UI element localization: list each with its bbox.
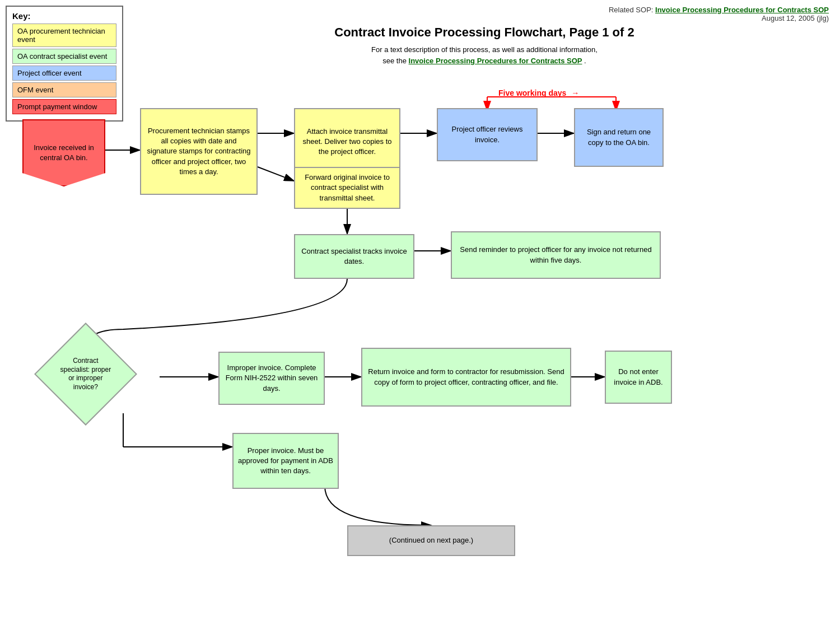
arrows-svg <box>11 77 829 581</box>
svg-line-2 <box>258 167 294 181</box>
related-sop-label: Related SOP: <box>609 6 654 14</box>
attach-transmittal-text: Attach invoice transmittal sheet. Delive… <box>300 127 395 157</box>
improper-invoice-text: Improper invoice. Complete Form NIH-2522… <box>224 363 319 394</box>
subtitle-link[interactable]: Invoice Processing Procedures for Contra… <box>409 57 582 65</box>
forward-original-box: Forward original invoice to contract spe… <box>294 167 400 209</box>
send-reminder-box: Send reminder to project officer for any… <box>451 231 661 279</box>
forward-original-text: Forward original invoice to contract spe… <box>300 172 395 203</box>
sop-link[interactable]: Invoice Processing Procedures for Contra… <box>655 6 829 14</box>
procurement-technician-box: Procurement technician stamps all copies… <box>140 108 258 195</box>
procurement-technician-text: Procurement technician stamps all copies… <box>146 126 252 177</box>
sign-return-box: Sign and return one copy to the OA bin. <box>574 108 664 167</box>
invoice-received-box: Invoice received in central OA bin. <box>22 119 105 186</box>
flowchart: Five working days → Invoice received in … <box>11 77 829 581</box>
improper-invoice-box: Improper invoice. Complete Form NIH-2522… <box>218 352 325 405</box>
diamond-shape: Contract specialist: proper or improper … <box>34 323 137 426</box>
contract-tracks-text: Contract specialist tracks invoice dates… <box>300 246 409 267</box>
five-days-text: Five working days <box>498 88 566 97</box>
header-right: Related SOP: Invoice Processing Procedur… <box>11 6 829 22</box>
sign-return-text: Sign and return one copy to the OA bin. <box>580 127 658 147</box>
subtitle: For a text description of this process, … <box>140 44 829 66</box>
project-officer-reviews-box: Project officer reviews invoice. <box>437 108 538 161</box>
proper-invoice-text: Proper invoice. Must be approved for pay… <box>238 446 333 477</box>
project-officer-reviews-text: Project officer reviews invoice. <box>442 124 532 144</box>
key-label-procurement: OA procurement technician event <box>17 27 105 44</box>
send-reminder-text: Send reminder to project officer for any… <box>456 245 655 265</box>
do-not-enter-box: Do not enter invoice in ADB. <box>605 351 672 404</box>
continued-text: (Continued on next page.) <box>389 535 473 545</box>
date-line: August 12, 2005 (jlg) <box>762 14 829 22</box>
key-label-project: Project officer event <box>17 69 82 77</box>
return-invoice-box: Return invoice and form to contractor fo… <box>361 348 571 407</box>
contract-tracks-box: Contract specialist tracks invoice dates… <box>294 234 414 279</box>
key-item-procurement: OA procurement technician event <box>12 24 116 47</box>
title-area: Contract Invoice Processing Flowchart, P… <box>11 25 829 66</box>
subtitle-end: . <box>584 57 586 65</box>
continued-box: (Continued on next page.) <box>347 525 515 556</box>
subtitle-line2: see the <box>382 57 407 65</box>
diamond-text: Contract specialist: proper or improper … <box>58 357 114 391</box>
return-invoice-text: Return invoice and form to contractor fo… <box>367 367 566 387</box>
diamond-container: Contract specialist: proper or improper … <box>49 338 122 410</box>
invoice-received-text: Invoice received in central OA bin. <box>29 143 99 163</box>
proper-invoice-box: Proper invoice. Must be approved for pay… <box>232 433 339 489</box>
subtitle-line1: For a text description of this process, … <box>371 45 598 54</box>
key-title: Key: <box>12 11 116 21</box>
key-label-contract: OA contract specialist event <box>17 52 107 60</box>
attach-transmittal-box: Attach invoice transmittal sheet. Delive… <box>294 108 400 175</box>
five-days-label: Five working days → <box>498 88 579 97</box>
do-not-enter-text: Do not enter invoice in ADB. <box>610 367 666 387</box>
main-title: Contract Invoice Processing Flowchart, P… <box>140 25 829 40</box>
key-item-contract: OA contract specialist event <box>12 49 116 64</box>
page-container: Related SOP: Invoice Processing Procedur… <box>0 0 840 630</box>
